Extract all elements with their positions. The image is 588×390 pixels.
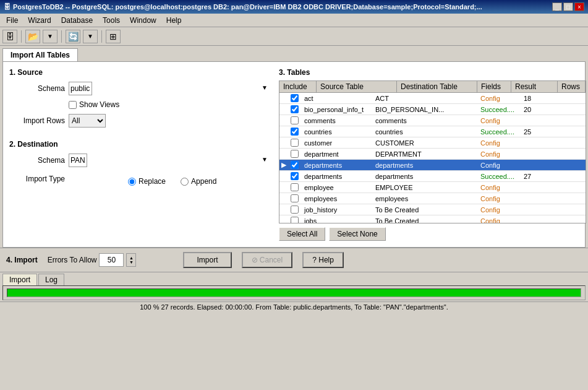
row-checkbox-cell[interactable]	[288, 139, 300, 147]
table-row[interactable]: act ACT Config 18	[279, 93, 586, 104]
tab-log[interactable]: Log	[38, 274, 64, 285]
append-label: Append	[191, 177, 216, 186]
destination-section-title: 2. Destination	[9, 140, 269, 149]
row-source: jobs	[300, 217, 372, 223]
table-row[interactable]: departments departments Succeed.... 27	[279, 171, 586, 182]
menu-database[interactable]: Database	[56, 15, 98, 26]
row-checkbox[interactable]	[291, 139, 299, 147]
toolbar-grid-btn[interactable]: ⊞	[106, 30, 121, 43]
table-row[interactable]: bio_personal_info_t BIO_PERSONAL_IN... S…	[279, 104, 586, 115]
row-result: Config	[477, 184, 520, 191]
menu-wizard[interactable]: Wizard	[23, 15, 56, 26]
progress-bar-fill	[7, 289, 581, 297]
errors-spinner[interactable]: ▲ ▼	[126, 253, 136, 267]
tab-import-all-tables[interactable]: Import All Tables	[2, 48, 78, 61]
toolbar-sep-2	[61, 30, 62, 43]
left-panel: 1. Source Schema public ▼ Show Views Imp…	[9, 68, 269, 241]
row-checkbox[interactable]	[291, 128, 299, 136]
row-checkbox-cell[interactable]	[288, 116, 300, 124]
row-checkbox[interactable]	[291, 105, 299, 113]
row-checkbox[interactable]	[291, 183, 299, 191]
table-row[interactable]: job_history To Be Created Config	[279, 204, 586, 215]
toolbar-arrow2-btn[interactable]: ▼	[83, 30, 98, 43]
row-checkbox[interactable]	[291, 172, 299, 180]
replace-radio-label[interactable]: Replace	[128, 177, 166, 186]
help-button[interactable]: ? Help	[302, 252, 344, 268]
row-checkbox[interactable]	[291, 150, 299, 158]
dest-schema-select[interactable]: PAN	[69, 154, 87, 167]
dest-schema-arrow-icon: ▼	[262, 156, 268, 163]
row-result: Config	[477, 117, 520, 124]
tab-import[interactable]: Import	[2, 274, 37, 285]
toolbar-arrow-btn[interactable]: ▼	[43, 30, 58, 43]
import-rows-label: Import Rows	[9, 116, 65, 125]
table-row[interactable]: countries countries Succeed.... 25	[279, 126, 586, 137]
table-row[interactable]: department DEPARTMENT Config	[279, 149, 586, 160]
row-checkbox[interactable]	[291, 206, 299, 214]
toolbar: 🗄 📂 ▼ 🔄 ▼ ⊞	[0, 27, 588, 46]
toolbar-icon-btn[interactable]: 🗄	[2, 30, 17, 43]
title-bar: 🗄 PostgresToDB2 -- PostgreSQL: postgres@…	[0, 0, 588, 14]
row-checkbox-cell[interactable]	[288, 183, 300, 191]
source-schema-wrapper: public ▼	[69, 82, 269, 95]
toolbar-sep-1	[21, 30, 22, 43]
row-dest: EMPLOYEE	[372, 184, 446, 191]
table-row[interactable]: jobs To Be Created Config	[279, 215, 586, 223]
row-checkbox-cell[interactable]	[288, 206, 300, 214]
row-source: departments	[300, 162, 372, 169]
table-row[interactable]: comments comments Config	[279, 115, 586, 126]
table-row[interactable]: customer CUSTOMER Config	[279, 137, 586, 149]
import-type-label: Import Type	[9, 175, 65, 183]
table-row[interactable]: employees employees Config	[279, 193, 586, 204]
row-result: Config	[477, 206, 520, 214]
import-button[interactable]: Import	[183, 252, 231, 268]
select-all-button[interactable]: Select All	[279, 227, 325, 241]
table-row[interactable]: employee EMPLOYEE Config	[279, 182, 586, 193]
row-checkbox[interactable]	[291, 194, 299, 202]
menu-window[interactable]: Window	[125, 15, 161, 26]
row-checkbox[interactable]	[291, 161, 299, 169]
replace-radio[interactable]	[128, 178, 136, 186]
row-checkbox-cell[interactable]	[288, 128, 300, 136]
destination-section: 2. Destination Schema PAN ▼ Import Type …	[9, 140, 269, 186]
row-checkbox-cell[interactable]	[288, 194, 300, 202]
row-result: Config	[477, 139, 520, 147]
menu-help[interactable]: Help	[161, 15, 187, 26]
row-checkbox-cell[interactable]	[288, 161, 300, 169]
col-fields: Fields	[477, 81, 511, 92]
import-type-row: Import Type Replace Append	[9, 172, 269, 186]
import-rows-select[interactable]: All First Last	[69, 114, 106, 128]
minimize-button[interactable]: _	[552, 2, 562, 11]
toolbar-sep-3	[101, 30, 102, 43]
row-checkbox[interactable]	[291, 217, 299, 223]
select-none-button[interactable]: Select None	[329, 227, 385, 241]
row-source: job_history	[300, 206, 372, 214]
row-checkbox-cell[interactable]	[288, 150, 300, 158]
right-panel: 3. Tables Include Source Table Destinati…	[279, 68, 586, 241]
row-checkbox[interactable]	[291, 94, 299, 102]
table-body: act ACT Config 18 bio_personal_info_t BI…	[279, 93, 586, 223]
row-checkbox-cell[interactable]	[288, 172, 300, 180]
table-row[interactable]: ▶ departments departments Config	[279, 160, 586, 171]
col-include: Include	[279, 81, 317, 92]
maximize-button[interactable]: □	[563, 2, 573, 11]
append-radio[interactable]	[181, 178, 189, 186]
menu-tools[interactable]: Tools	[98, 15, 125, 26]
row-checkbox-cell[interactable]	[288, 94, 300, 102]
menu-bar: File Wizard Database Tools Window Help	[0, 14, 588, 27]
toolbar-open-btn[interactable]: 📂	[25, 30, 40, 43]
main-tab-bar: Import All Tables	[0, 46, 588, 61]
append-radio-label[interactable]: Append	[181, 177, 216, 186]
row-checkbox-cell[interactable]	[288, 217, 300, 223]
show-views-checkbox[interactable]	[69, 101, 77, 109]
errors-input[interactable]	[99, 253, 124, 267]
close-button[interactable]: ×	[574, 2, 584, 11]
menu-file[interactable]: File	[1, 15, 23, 26]
replace-label: Replace	[138, 177, 166, 186]
source-schema-select[interactable]: public	[69, 82, 92, 95]
status-text: 100 % 27 records. Elapsed: 00:00:00. Fro…	[140, 303, 448, 311]
toolbar-refresh-btn[interactable]: 🔄	[66, 30, 80, 43]
cancel-button[interactable]: ⊘ Cancel	[242, 252, 293, 268]
row-checkbox-cell[interactable]	[288, 105, 300, 113]
row-checkbox[interactable]	[291, 116, 299, 124]
